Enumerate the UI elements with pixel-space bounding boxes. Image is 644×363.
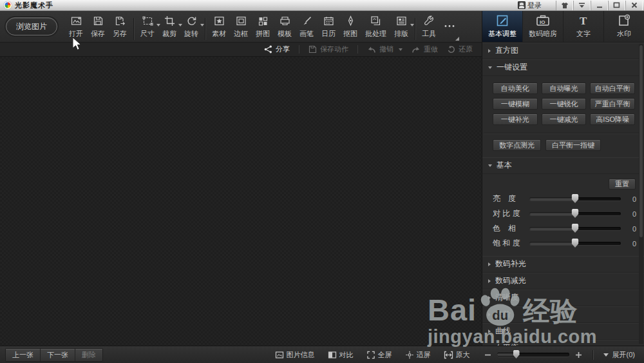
tab-text[interactable]: T 文字 (564, 11, 604, 42)
white-balance-picker-button[interactable]: 白平衡一指键 (545, 139, 601, 151)
toolbar-template-button[interactable]: 模板 (274, 15, 296, 39)
slider-thumb[interactable] (572, 194, 579, 203)
expand-tray-button[interactable]: 展开(0) (603, 350, 635, 360)
auto-exposure-button[interactable]: 自动曝光 (542, 83, 587, 94)
browse-images-button[interactable]: 浏览图片 (6, 17, 57, 35)
onekey-blur-button[interactable]: 一键模糊 (493, 98, 538, 110)
toolbar-batch-button[interactable]: 批处理 (361, 15, 390, 39)
prev-image-button[interactable]: 上一张 (6, 349, 41, 361)
login-button[interactable]: 登录 (518, 1, 542, 10)
redo-icon (412, 46, 421, 54)
redo-button[interactable]: 重做 (412, 44, 438, 54)
delete-image-button[interactable]: 删除 (75, 349, 102, 361)
collapse-to-tray-button[interactable] (573, 1, 591, 10)
hue-slider[interactable] (529, 227, 621, 230)
original-size-button[interactable]: 原大 (444, 350, 470, 360)
image-info-button[interactable]: 图片信息 (275, 350, 315, 360)
toolbar-items: 打开 保存 另存 尺寸 (65, 11, 459, 42)
toolbar-save-button[interactable]: 保存 (87, 15, 109, 39)
nav-button-group: 上一张 下一张 删除 (5, 348, 103, 362)
revert-button[interactable]: 还原 (447, 44, 473, 54)
severe-white-balance-button[interactable]: 严重白平衡 (590, 98, 635, 110)
toolbar-rotate-button[interactable]: 旋转 (180, 15, 202, 39)
close-button[interactable] (625, 1, 643, 10)
save-action-button[interactable]: 保存动作 (308, 44, 348, 54)
section-basic[interactable]: 基本 (482, 157, 644, 174)
maximize-button[interactable] (608, 1, 625, 10)
compare-button[interactable]: 对比 (328, 350, 354, 360)
toolbar-calendar-button[interactable]: 日历 (317, 15, 339, 39)
more-ellipsis-icon (444, 21, 455, 32)
contrast-slider[interactable] (529, 212, 621, 215)
toolbar-open-button[interactable]: 打开 (65, 15, 87, 39)
section-digital-fill-light[interactable]: 数码补光 (482, 256, 644, 273)
spot-metering-button[interactable]: 数字点测光 (493, 139, 541, 151)
undo-dropdown-icon[interactable] (399, 48, 402, 51)
saturation-label: 饱 和 度 (493, 238, 524, 249)
section-levels[interactable]: 色阶 (482, 306, 644, 323)
toolbar-material-button[interactable]: 素材 (208, 15, 230, 39)
section-curves[interactable]: 曲线 (482, 323, 644, 340)
section-onekey[interactable]: 一键设置 (482, 59, 644, 76)
tab-darkroom-label: 数码暗房 (529, 29, 557, 39)
section-histogram[interactable]: 直方图 (482, 43, 644, 59)
toolbar-saveas-button[interactable]: 另存 (109, 15, 131, 39)
toolbar-brush-button[interactable]: 画笔 (296, 15, 317, 39)
tab-darkroom[interactable]: IO 数码暗房 (523, 11, 564, 42)
auto-beautify-button[interactable]: 自动美化 (493, 83, 538, 94)
tab-watermark[interactable]: 水印 (604, 11, 644, 42)
saturation-slider[interactable] (529, 242, 621, 245)
reset-button[interactable]: 重置 (609, 179, 636, 190)
brightness-slider[interactable] (529, 197, 621, 201)
onekey-sharpen-button[interactable]: 一键锐化 (542, 98, 587, 110)
bottom-bar: 上一张 下一张 删除 图片信息 对比 全屏 适屏 (0, 346, 644, 363)
fullscreen-button[interactable]: 全屏 (366, 350, 392, 360)
toolbar-cutout-label: 抠图 (343, 29, 357, 39)
undo-button[interactable]: 撤销 (367, 44, 402, 54)
toolbar-more-button[interactable] (440, 15, 459, 34)
maximize-icon (613, 2, 620, 8)
toolbar-resize-button[interactable]: 尺寸 (137, 15, 158, 39)
toolbar-frame-label: 边框 (234, 29, 248, 39)
title-bar: 光影魔术手 登录 (0, 0, 644, 11)
section-digital-dim-light[interactable]: 数码减光 (482, 273, 644, 289)
window-title: 光影魔术手 (15, 1, 53, 10)
section-clarity[interactable]: 清晰度 (482, 289, 644, 306)
panel-scrollbar[interactable] (639, 44, 643, 344)
zoom-slider-thumb[interactable] (513, 350, 520, 358)
panel-scrollbar-thumb[interactable] (639, 45, 643, 237)
minimize-button[interactable] (591, 1, 608, 10)
svg-text:T: T (580, 15, 587, 27)
toolbar-crop-button[interactable]: 裁剪 (158, 15, 180, 39)
toolbar-tools-button[interactable]: 工具 (418, 15, 440, 39)
contrast-label: 对 比 度 (493, 208, 524, 219)
fullscreen-icon (366, 351, 375, 359)
zoom-in-icon[interactable] (575, 351, 582, 358)
auto-white-balance-button[interactable]: 自动白平衡 (590, 83, 635, 94)
next-image-button[interactable]: 下一张 (41, 349, 75, 361)
toolbar-frame-button[interactable]: 边框 (230, 15, 252, 39)
adjust-panel: 基本调整 IO 数码暗房 T 文字 水印 直方图 (482, 11, 644, 346)
expand-label: 展开(0) (612, 350, 635, 360)
zoom-out-icon[interactable] (484, 351, 491, 358)
onekey-fill-light-button[interactable]: 一键补光 (493, 113, 538, 125)
slider-thumb[interactable] (572, 224, 579, 233)
toolbar-separator (205, 18, 205, 40)
fit-screen-button[interactable]: 适屏 (405, 350, 431, 360)
tab-basic-adjust[interactable]: 基本调整 (482, 11, 523, 42)
toolbar-cutout-button[interactable]: 抠图 (339, 15, 361, 39)
section-white-balance[interactable]: 白平衡 (482, 340, 644, 346)
share-button[interactable]: 分享 (264, 44, 290, 54)
save-action-label: 保存动作 (320, 44, 348, 54)
toolbar-collage-button[interactable]: 拼图 (252, 15, 274, 39)
share-icon (264, 45, 272, 54)
toolbar-layout-button[interactable]: 排版 (390, 15, 412, 39)
onekey-dim-light-button[interactable]: 一键减光 (542, 113, 587, 125)
image-canvas[interactable] (0, 57, 482, 346)
high-iso-denoise-button[interactable]: 高ISO降噪 (590, 113, 635, 125)
zoom-slider[interactable] (497, 353, 569, 357)
toolbar-brush-label: 画笔 (299, 29, 314, 39)
skin-button[interactable] (556, 1, 573, 10)
slider-thumb[interactable] (572, 239, 579, 248)
slider-thumb[interactable] (572, 209, 579, 218)
